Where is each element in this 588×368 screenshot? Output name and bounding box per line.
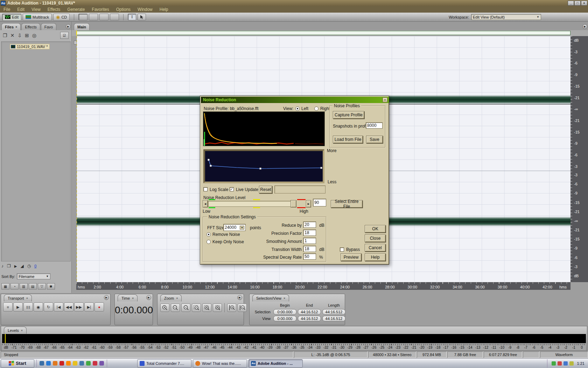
play-from-cursor-button[interactable]: ◉	[34, 302, 43, 312]
ok-button[interactable]: OK	[365, 225, 386, 233]
spectral-pan-button[interactable]	[99, 14, 108, 20]
menu-item[interactable]: Favorites	[88, 7, 112, 12]
cancel-button[interactable]: Cancel	[365, 244, 386, 252]
keep-only-noise-radio[interactable]	[206, 240, 211, 244]
files-footer-button[interactable]: ◔	[10, 283, 19, 289]
view-end-field[interactable]: 44:16.512	[298, 316, 321, 321]
import-cd-audio-icon[interactable]: ◎	[32, 33, 36, 38]
menu-item[interactable]: File	[0, 7, 14, 12]
quick-launch-icon[interactable]	[93, 361, 97, 366]
noise-profile-graph[interactable]	[203, 111, 325, 146]
files-footer-button[interactable]: ▦	[1, 283, 9, 289]
panel-menu-button[interactable]: ▶	[146, 295, 151, 300]
playback-cursor[interactable]	[77, 36, 77, 282]
menu-item[interactable]: Window	[134, 7, 156, 12]
go-to-beginning-button[interactable]: |◀	[54, 302, 63, 312]
files-footer-button[interactable]: ▤	[29, 283, 37, 289]
close-icon[interactable]: ×	[176, 297, 178, 300]
tray-clock[interactable]: 1:21	[577, 361, 584, 366]
menu-item[interactable]: Effects	[44, 7, 64, 12]
tray-icon[interactable]	[552, 361, 556, 366]
level-slider-right-arrow[interactable]: ▶	[306, 200, 311, 207]
spectral-phase-button[interactable]	[110, 14, 119, 20]
tab-files[interactable]: Files×	[1, 23, 21, 30]
tab-time[interactable]: Time×	[118, 294, 138, 301]
import-file-icon[interactable]: ⇩	[18, 33, 22, 38]
zoom-in-right-edge-button[interactable]	[213, 304, 222, 312]
selection-end-field[interactable]: 44:16.512	[298, 309, 321, 315]
view-left-radio[interactable]	[295, 107, 300, 111]
go-to-end-button[interactable]: ▶|	[84, 302, 94, 312]
reduce-by-field[interactable]: 20	[303, 222, 316, 228]
smoothing-field[interactable]: 1	[303, 238, 316, 244]
overview-cursor[interactable]	[76, 30, 77, 35]
sort-by-select[interactable]: Filename ▼	[17, 273, 50, 279]
tab-selection-view[interactable]: Selection/View×	[252, 294, 289, 301]
quick-launch-icon[interactable]	[79, 361, 84, 366]
time-selection-tool-button[interactable]: I	[128, 14, 136, 20]
capture-profile-button[interactable]: Capture Profile	[333, 111, 364, 119]
waveform-display-button[interactable]	[78, 14, 88, 20]
close-file-icon[interactable]: ✕	[10, 33, 15, 38]
speaker-icon[interactable]: ♪	[1, 264, 4, 268]
close-icon[interactable]: ×	[15, 25, 17, 29]
tab-main[interactable]: Main	[74, 23, 90, 30]
quick-launch-icon[interactable]	[40, 361, 44, 366]
record-button[interactable]: ●	[94, 302, 104, 312]
noise-reduction-curve[interactable]	[203, 149, 324, 183]
view-begin-field[interactable]: 0:00.000	[273, 316, 296, 321]
menu-item[interactable]: Help	[156, 7, 172, 12]
quick-launch-icon[interactable]	[59, 361, 64, 366]
spectral-frequency-button[interactable]	[89, 14, 98, 20]
rewind-button[interactable]: ◀◀	[64, 302, 74, 312]
maximize-button[interactable]: □	[574, 1, 581, 6]
files-footer-button[interactable]: ▥	[20, 283, 28, 289]
window-titlebar[interactable]: Au Adobe Audition - 110419_01.WAV* _ □ ×	[0, 0, 588, 6]
level-slider-track[interactable]	[208, 201, 296, 207]
close-button[interactable]: ×	[581, 1, 587, 6]
file-window-icon[interactable]: ❐	[7, 264, 11, 268]
selection-begin-field[interactable]: 0:00.000	[273, 309, 296, 315]
reset-button[interactable]: Reset	[259, 186, 272, 193]
tray-icon[interactable]	[558, 361, 562, 366]
preview-button[interactable]: Preview	[341, 253, 362, 261]
minimize-button[interactable]: _	[568, 1, 574, 6]
tab-transport[interactable]: Transport×	[4, 294, 32, 301]
file-list-item[interactable]: 110419_01.WAV *	[10, 44, 50, 49]
levels-meter[interactable]	[2, 334, 586, 343]
files-footer-button[interactable]: ✱	[47, 283, 55, 289]
close-dialog-button[interactable]: Close	[365, 234, 386, 242]
menu-item[interactable]: Options	[113, 7, 134, 12]
overview-range-bar[interactable]	[76, 31, 570, 35]
task-adobe-audition[interactable]: Au Adobe Audition - ...	[248, 359, 303, 368]
time-display[interactable]: 0:00.000	[115, 305, 153, 316]
pause-button[interactable]: ▮▮	[23, 302, 33, 312]
snapshots-field[interactable]: 8000	[366, 122, 383, 129]
level-value-field[interactable]: 90	[313, 199, 326, 206]
file-list[interactable]: 110419_01.WAV *	[1, 41, 71, 261]
play-file-icon[interactable]: ▶	[14, 264, 17, 268]
edit-view-button[interactable]: Edit	[2, 14, 21, 21]
zoom-in-left-edge-button[interactable]	[202, 304, 211, 312]
tab-levels[interactable]: Levels×	[4, 327, 27, 334]
files-footer-button[interactable]: ▽	[38, 283, 46, 289]
amplitude-ruler[interactable]: dB-3-6-9-15-21-∞-21-15-9-6-3 -3-6-9-15-2…	[570, 36, 588, 282]
panel-menu-button[interactable]: ▶	[66, 24, 71, 29]
cd-view-button[interactable]: ◉ CD	[53, 14, 70, 21]
zoom-out-vertical-button[interactable]	[238, 304, 247, 312]
selection-length-field[interactable]: 44:16.512	[322, 309, 345, 315]
dialog-titlebar[interactable]: Noise Reduction	[201, 97, 389, 103]
menu-item[interactable]: Edit	[14, 7, 28, 12]
precision-field[interactable]: 18	[303, 230, 316, 236]
level-slider-left-arrow[interactable]: ◀	[203, 200, 208, 207]
transition-field[interactable]: 18	[303, 246, 316, 252]
play-button[interactable]: ▶	[13, 302, 23, 312]
tab-effects[interactable]: Effects	[21, 23, 40, 30]
noise-reduction-dialog[interactable]: Noise Reduction × Noise Profile: bb_a50n…	[200, 96, 389, 265]
zoom-to-selection-button[interactable]	[192, 304, 201, 312]
close-icon[interactable]: ×	[21, 329, 23, 332]
log-scale-checkbox[interactable]	[203, 187, 208, 191]
stop-button[interactable]: ■	[3, 302, 13, 312]
menu-item[interactable]: View	[28, 7, 44, 12]
bypass-checkbox[interactable]	[340, 247, 344, 252]
